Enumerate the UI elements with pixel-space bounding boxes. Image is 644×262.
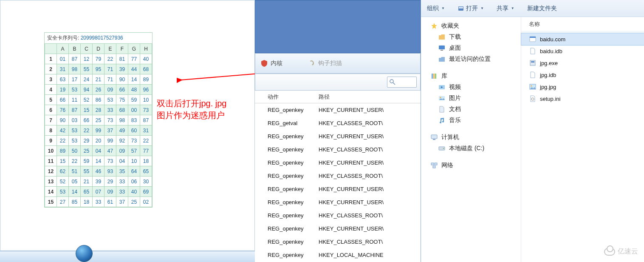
file-item[interactable]: baidu.com bbox=[521, 33, 644, 45]
card-cell: 99 bbox=[105, 136, 116, 146]
card-cell: 60 bbox=[128, 125, 140, 136]
nav-desktop[interactable]: 桌面 bbox=[421, 43, 521, 54]
nav-favorites[interactable]: 收藏夹 bbox=[421, 20, 521, 31]
open-icon bbox=[458, 5, 464, 12]
registry-row[interactable]: REG_openkeyHKEY_CURRENT_USER\ bbox=[255, 222, 421, 235]
library-icon bbox=[430, 72, 438, 80]
share-button[interactable]: 共享▼ bbox=[497, 5, 514, 12]
search-input[interactable] bbox=[387, 77, 417, 88]
reg-path: HKEY_CURRENT_USER\ bbox=[319, 225, 384, 232]
nav-computer[interactable]: 计算机 bbox=[421, 132, 521, 143]
card-cell: 87 bbox=[140, 115, 152, 125]
file-item[interactable]: jpg.exe bbox=[521, 57, 644, 69]
card-cell: 30 bbox=[140, 177, 152, 187]
nav-documents[interactable]: 文档 bbox=[421, 104, 521, 115]
card-cell: 62 bbox=[57, 166, 69, 177]
card-cell: 77 bbox=[140, 146, 152, 156]
card-cell: 39 bbox=[93, 177, 105, 187]
watermark: 亿速云 bbox=[604, 247, 638, 256]
card-cell: 66 bbox=[116, 85, 128, 95]
registry-row[interactable]: REG_openkeyHKEY_CURRENT_USER\ bbox=[255, 130, 421, 143]
card-cell: 09 bbox=[116, 146, 128, 156]
card-cell: 11 bbox=[69, 95, 81, 105]
registry-row[interactable]: REG_getvalHKEY_CLASSES_ROOT\ bbox=[255, 117, 421, 130]
start-orb[interactable] bbox=[76, 245, 93, 262]
nav-recent[interactable]: 最近访问的位置 bbox=[421, 54, 521, 65]
nav-downloads[interactable]: 下载 bbox=[421, 31, 521, 43]
card-cell: 53 bbox=[69, 85, 81, 95]
svg-rect-18 bbox=[435, 163, 437, 165]
svg-rect-8 bbox=[433, 74, 435, 79]
card-cell: 37 bbox=[116, 197, 128, 207]
card-row-num: 10 bbox=[45, 146, 57, 156]
file-icon bbox=[529, 59, 537, 67]
file-col-name[interactable]: 名称 bbox=[521, 17, 644, 31]
reg-path: HKEY_CLASSES_ROOT\ bbox=[319, 173, 383, 179]
col-path[interactable]: 路径 bbox=[319, 93, 330, 101]
card-cell: 98 bbox=[116, 115, 128, 125]
file-item[interactable]: jpg.idb bbox=[521, 69, 644, 81]
nav-pictures[interactable]: 图片 bbox=[421, 93, 521, 104]
card-row-num: 15 bbox=[45, 197, 57, 207]
card-cell: 53 bbox=[57, 187, 69, 197]
file-item[interactable]: jpg.jpg bbox=[521, 81, 644, 93]
annotation-line1: 双击后打开jpg. jpg bbox=[157, 97, 227, 109]
search-icon bbox=[389, 79, 396, 85]
registry-row[interactable]: REG_openkeyHKEY_CURRENT_USER\ bbox=[255, 196, 421, 209]
chevron-down-icon: ▼ bbox=[480, 6, 484, 10]
registry-row[interactable]: REG_openkeyHKEY_CURRENT_USER\ bbox=[255, 103, 421, 117]
nav-videos[interactable]: 视频 bbox=[421, 82, 521, 93]
card-cell: 31 bbox=[57, 64, 69, 74]
card-cell: 90 bbox=[116, 74, 128, 85]
card-row-num: 5 bbox=[45, 95, 57, 105]
nav-music[interactable]: 音乐 bbox=[421, 115, 521, 126]
reg-action: REG_openkey bbox=[255, 225, 319, 232]
card-cell: 76 bbox=[57, 105, 69, 115]
registry-row[interactable]: REG_openkeyHKEY_CLASSES_ROOT\ bbox=[255, 169, 421, 182]
video-icon bbox=[438, 83, 446, 91]
file-item[interactable]: baidu.idb bbox=[521, 45, 644, 57]
file-name: baidu.com bbox=[540, 36, 565, 43]
card-cell: 22 bbox=[57, 136, 69, 146]
card-row-num: 1 bbox=[45, 54, 57, 64]
card-cell: 37 bbox=[105, 125, 116, 136]
registry-row[interactable]: REG_openkeyHKEY_CURRENT_USER\ bbox=[255, 182, 421, 196]
card-cell: 66 bbox=[81, 115, 93, 125]
file-icon bbox=[529, 83, 537, 91]
col-action[interactable]: 动作 bbox=[255, 93, 319, 101]
file-name: setup.ini bbox=[540, 96, 560, 102]
registry-row[interactable]: REG_openkeyHKEY_CLASSES_ROOT\ bbox=[255, 143, 421, 156]
desktop-icon bbox=[438, 44, 446, 52]
shield-icon bbox=[260, 60, 268, 67]
card-col: A bbox=[57, 44, 69, 54]
registry-row[interactable]: REG_openkeyHKEY_CURRENT_USER\ bbox=[255, 156, 421, 169]
nav-network[interactable]: 网络 bbox=[421, 160, 521, 171]
file-item[interactable]: setup.ini bbox=[521, 93, 644, 105]
nav-libraries[interactable]: 库 bbox=[421, 71, 521, 82]
card-cell: 21 bbox=[81, 177, 93, 187]
card-cell: 47 bbox=[105, 146, 116, 156]
reg-path: HKEY_CURRENT_USER\ bbox=[319, 199, 384, 205]
card-cell: 40 bbox=[128, 187, 140, 197]
tab-hook-scan[interactable]: 钩子扫描 bbox=[308, 60, 342, 67]
reg-action: REG_openkey bbox=[255, 133, 319, 140]
registry-row[interactable]: REG_openkeyHKEY_CLASSES_ROOT\ bbox=[255, 209, 421, 222]
card-cell: 94 bbox=[81, 85, 93, 95]
svg-rect-14 bbox=[433, 139, 435, 140]
tab-kernel[interactable]: 内核 bbox=[260, 60, 282, 67]
card-cell: 17 bbox=[69, 74, 81, 85]
organize-button[interactable]: 组织▼ bbox=[427, 5, 445, 12]
open-button[interactable]: 打开▼ bbox=[458, 5, 484, 12]
registry-row[interactable]: REG_openkeyHKEY_CLASSES_ROOT\ bbox=[255, 235, 421, 248]
file-name: baidu.idb bbox=[540, 48, 562, 54]
nav-localdisk[interactable]: 本地磁盘 (C:) bbox=[421, 143, 521, 154]
card-cell: 90 bbox=[57, 115, 69, 125]
card-cell: 46 bbox=[93, 166, 105, 177]
card-cell: 63 bbox=[57, 74, 69, 85]
registry-row[interactable]: REG_openkeyHKEY_LOCAL_MACHINE bbox=[255, 248, 421, 262]
card-cell: 53 bbox=[105, 95, 116, 105]
card-cell: 09 bbox=[105, 85, 116, 95]
reg-path: HKEY_CURRENT_USER\ bbox=[319, 186, 384, 192]
document-icon bbox=[438, 105, 446, 113]
new-folder-button[interactable]: 新建文件夹 bbox=[527, 5, 557, 12]
